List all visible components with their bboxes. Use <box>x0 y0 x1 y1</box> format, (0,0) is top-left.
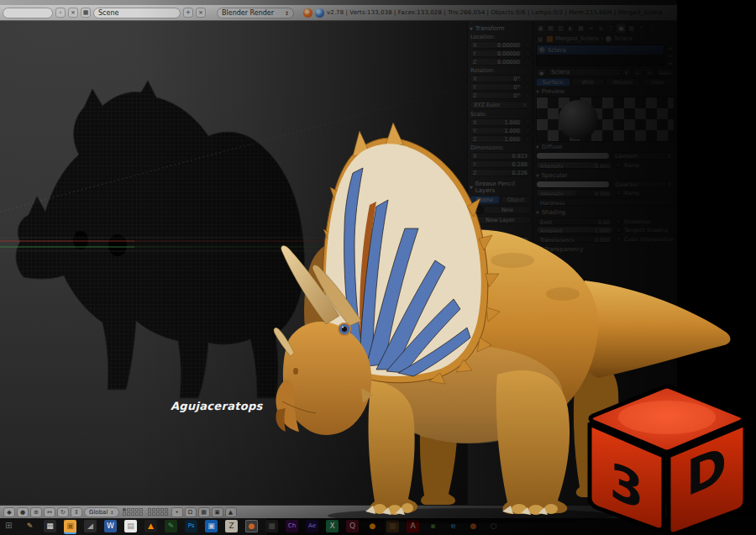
slot-specials-button[interactable]: ▾ <box>666 60 675 66</box>
scene-icon[interactable]: ▥ <box>556 24 565 33</box>
world-icon[interactable]: ◐ <box>566 24 575 33</box>
slot-remove-button[interactable]: − <box>666 52 675 59</box>
mode-dropdown[interactable]: ◆ <box>3 507 15 517</box>
zbrush-icon[interactable]: Z <box>225 520 238 532</box>
screen-close-button[interactable]: × <box>68 8 78 18</box>
emit-slider[interactable]: Emit 0.00 <box>536 218 614 225</box>
start-button[interactable]: ⊞ <box>5 521 12 530</box>
lock-icon[interactable] <box>524 75 531 82</box>
material-type-tab[interactable]: Wire <box>571 78 606 87</box>
viewport-shading-dropdown[interactable]: ● <box>17 507 29 517</box>
screen-layout-field[interactable] <box>3 8 53 18</box>
broom-tool-icon[interactable]: ✎ <box>165 520 177 532</box>
location-field[interactable]: X0.00000 <box>470 41 523 49</box>
photoshop-icon[interactable]: Ps <box>185 520 197 532</box>
constraints-icon[interactable]: ∞ <box>586 24 596 33</box>
new-layer-button[interactable]: New Layer <box>470 216 531 224</box>
rotation-field[interactable]: Y0° <box>470 83 523 91</box>
render-layers-icon[interactable]: ▤ <box>546 24 555 33</box>
material-link-dropdown[interactable]: Data <box>656 68 675 76</box>
vlc-icon[interactable]: ▲ <box>144 520 157 532</box>
texture-icon[interactable]: ▩ <box>627 24 636 33</box>
lock-icon[interactable]: • <box>171 507 183 517</box>
diffuse-ramp-checkbox[interactable] <box>616 162 622 168</box>
view-panel-header[interactable]: ▼ View <box>470 228 531 234</box>
lock-icon[interactable] <box>524 92 531 99</box>
breadcrumb-material[interactable]: Sclera <box>614 35 633 42</box>
specular-ramp-checkbox[interactable] <box>616 190 622 196</box>
opengl-anim-render-icon[interactable]: ▲ <box>225 507 237 517</box>
transparency-checkbox[interactable] <box>536 246 542 252</box>
lock-object-field[interactable] <box>470 253 531 260</box>
scale-manipulator[interactable]: ↕ <box>71 507 82 517</box>
document-viewer-icon[interactable]: ▤ <box>124 520 137 532</box>
opengl-render-icon[interactable]: ▣ <box>212 507 223 517</box>
transform-panel-header[interactable]: ▼ Transform <box>470 25 531 32</box>
photos-icon[interactable]: ▣ <box>205 520 218 532</box>
breadcrumb-object[interactable]: Merged_Sclera <box>555 35 599 42</box>
lens-field[interactable]: Lens 35.000 <box>470 236 531 244</box>
lock-icon[interactable] <box>524 50 531 57</box>
cubic-interpolation-checkbox[interactable] <box>616 236 622 242</box>
rotation-mode-dropdown[interactable]: XYZ Euler ↕ <box>470 101 531 109</box>
grease-pencil-source-tab[interactable]: Scene <box>470 196 500 204</box>
blender-icon[interactable]: ● <box>245 520 258 532</box>
scale-field[interactable]: X1.000 <box>470 118 523 126</box>
specular-panel-header[interactable]: ▼ Specular <box>536 172 675 179</box>
character-animator-icon[interactable]: Ch <box>286 520 298 532</box>
shadeless-checkbox[interactable] <box>616 218 622 224</box>
material-slot-list[interactable]: Sclera <box>536 45 664 66</box>
calculator-icon[interactable]: ▦ <box>44 520 56 532</box>
edge-icon[interactable]: e <box>447 520 459 532</box>
screen-prev-button[interactable]: ‹ <box>55 8 66 18</box>
lock-to-cursor-checkbox[interactable] <box>470 264 476 270</box>
translucency-slider[interactable]: Translucency 0.000 <box>536 235 614 243</box>
diffuse-panel-header[interactable]: ▼ Diffuse <box>536 144 675 150</box>
orange-app-icon[interactable]: ● <box>467 520 480 532</box>
green-app-icon[interactable]: ▪ <box>427 520 439 532</box>
rotation-field[interactable]: X0° <box>470 75 523 82</box>
editor-type-icon[interactable]: ▥ <box>536 35 544 42</box>
tangent-shading-checkbox[interactable] <box>616 227 622 233</box>
viewport-layers-grid[interactable] <box>123 508 143 516</box>
hardness-slider[interactable]: Hardness <box>536 198 675 206</box>
diffuse-shader-dropdown[interactable]: Lambert↕ <box>612 152 675 160</box>
grease-pencil-new-button[interactable]: New <box>484 206 531 214</box>
dimensions-field[interactable]: Y0.288 <box>470 160 531 168</box>
material-icon[interactable]: ● <box>617 24 626 33</box>
new-material-button[interactable]: + <box>633 68 643 76</box>
lock-camera-checkbox[interactable] <box>470 276 476 282</box>
material-type-tab[interactable]: Surface <box>536 78 570 87</box>
specular-shader-dropdown[interactable]: CookTorr↕ <box>612 181 675 188</box>
after-effects-icon[interactable]: Ae <box>306 520 318 532</box>
excel-icon[interactable]: X <box>326 520 339 532</box>
lock-icon[interactable] <box>524 83 531 91</box>
modifiers-icon[interactable]: ≡ <box>596 24 606 33</box>
pivot-dropdown[interactable]: ⊕ <box>30 507 42 517</box>
lock-icon[interactable] <box>524 41 531 49</box>
snap-element-icon[interactable]: ▦ <box>198 507 210 517</box>
object-icon[interactable]: ▦ <box>576 24 585 33</box>
lock-icon[interactable] <box>524 58 531 66</box>
specular-intensity-slider[interactable]: Intensity 0.500 <box>536 189 614 197</box>
scale-field[interactable]: Y1.000 <box>470 127 523 134</box>
ambient-slider[interactable]: Ambient 1.000 <box>536 226 614 233</box>
grease-pencil-panel-header[interactable]: ▼ Grease Pencil Layers <box>470 181 531 194</box>
material-name-field[interactable]: Sclera <box>548 68 621 76</box>
material-type-tab[interactable]: Halo <box>641 78 675 87</box>
shading-panel-header[interactable]: ▼ Shading <box>536 209 675 216</box>
particles-icon[interactable]: * <box>637 24 646 33</box>
fake-user-button[interactable]: F <box>622 68 631 76</box>
blender-logo-icon[interactable] <box>303 8 312 18</box>
unlink-material-button[interactable]: × <box>644 68 655 76</box>
file-explorer-icon[interactable]: ▣ <box>64 520 76 532</box>
location-field[interactable]: Y0.00000 <box>470 50 523 57</box>
scene-add-button[interactable]: + <box>183 8 193 18</box>
material-type-tab[interactable]: Volume <box>606 78 640 87</box>
snipping-tool-icon[interactable]: ◢ <box>84 520 97 532</box>
slot-add-button[interactable]: + <box>666 45 675 51</box>
acrobat-icon[interactable]: A <box>407 520 419 532</box>
brown-app-icon[interactable]: ■ <box>386 520 399 532</box>
lock-icon[interactable] <box>524 135 531 143</box>
dimensions-field[interactable]: Z0.226 <box>470 169 531 176</box>
